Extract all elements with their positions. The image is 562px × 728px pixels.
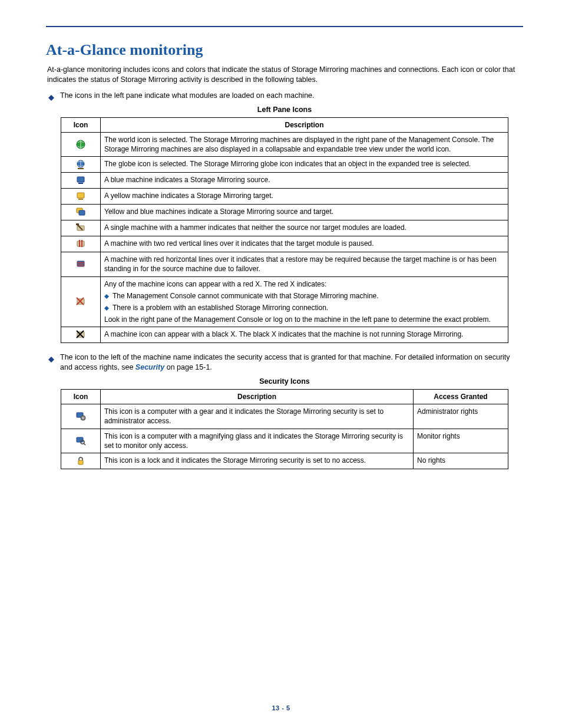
machine-hammer-icon (75, 223, 86, 233)
diamond-bullet-icon (48, 354, 54, 360)
table-row: A single machine with a hammer indicates… (61, 220, 508, 236)
svg-rect-28 (77, 437, 83, 442)
complex-line: Any of the machine icons can appear with… (104, 279, 504, 289)
page-title: At-a-Glance monitoring (46, 41, 523, 59)
table-row: A blue machine indicates a Storage Mirro… (61, 173, 508, 189)
svg-line-30 (84, 443, 85, 445)
top-rule (46, 26, 523, 27)
bullet-left-pane: The icons in the left pane indicate what… (46, 91, 523, 101)
table2-title: Security Icons (46, 377, 523, 386)
page-number: 13 - 5 (0, 704, 562, 711)
security-monitor-icon (75, 436, 86, 446)
icon-cell (61, 220, 101, 236)
table2-header-access: Access Granted (414, 390, 508, 404)
table-row: This icon is a lock and it indicates the… (61, 453, 508, 469)
svg-rect-2 (78, 168, 84, 169)
description-cell: Any of the machine icons can appear with… (101, 276, 508, 327)
bullet-text: The icon to the left of the machine name… (60, 353, 523, 373)
svg-rect-4 (78, 183, 83, 184)
intro-paragraph: At-a-glance monitoring includes icons an… (46, 65, 523, 85)
table1-title: Left Pane Icons (46, 106, 523, 114)
bullet2-suffix: on page 15-1. (164, 363, 212, 371)
description-cell: A machine with red horizontal lines over… (101, 252, 508, 276)
sub-bullet-text: The Management Console cannot communicat… (113, 291, 379, 301)
table-row: A machine icon can appear with a black X… (61, 327, 508, 343)
machine-paused-icon (75, 239, 86, 249)
table2-header-desc: Description (101, 390, 414, 404)
description-cell: A single machine with a hammer indicates… (101, 220, 508, 236)
icon-cell (61, 429, 101, 453)
icon-cell (61, 173, 101, 189)
table1-header-desc: Description (101, 117, 508, 132)
access-cell: Monitor rights (414, 429, 508, 453)
table-row: A yellow machine indicates a Storage Mir… (61, 189, 508, 205)
bullet-text: The icons in the left pane indicate what… (60, 91, 315, 101)
description-cell: A blue machine indicates a Storage Mirro… (101, 173, 508, 189)
svg-rect-3 (77, 177, 84, 182)
machine-restore-icon (75, 259, 86, 269)
table-row: This icon is a computer with a gear and … (61, 404, 508, 429)
access-cell: Administrator rights (414, 404, 508, 429)
sub-bullet-text: There is a problem with an established S… (113, 303, 328, 312)
icon-cell (61, 453, 101, 469)
description-cell: This icon is a computer with a gear and … (101, 404, 414, 429)
document-page: At-a-Glance monitoring At-a-glance monit… (0, 0, 562, 728)
description-cell: A yellow machine indicates a Storage Mir… (101, 189, 508, 205)
svg-rect-5 (77, 193, 84, 198)
description-cell: A machine icon can appear with a black X… (101, 327, 508, 343)
icon-cell (61, 276, 101, 327)
left-pane-icons-table: Icon Description The world icon is selec… (61, 117, 508, 344)
sub-bullet: The Management Console cannot communicat… (104, 291, 504, 301)
security-link[interactable]: Security (135, 363, 164, 371)
icon-cell (61, 236, 101, 252)
world-icon (75, 139, 86, 150)
description-cell: This icon is a lock and it indicates the… (101, 453, 414, 469)
complex-line: Look in the right pane of the Management… (104, 315, 504, 324)
diamond-bullet-icon (48, 92, 54, 98)
machine-yellow-icon (75, 191, 86, 202)
icon-cell (61, 404, 101, 429)
sub-bullet: There is a problem with an established S… (104, 303, 504, 312)
icon-cell (61, 327, 101, 343)
description-cell: The world icon is selected. The Storage … (101, 132, 508, 156)
table-row: The world icon is selected. The Storage … (61, 132, 508, 156)
globe-icon (75, 159, 86, 170)
table-row: A machine with red horizontal lines over… (61, 252, 508, 276)
diamond-bullet-icon (104, 292, 109, 297)
svg-rect-11 (76, 223, 79, 225)
description-cell: This icon is a computer with a magnifyin… (101, 429, 414, 453)
security-icons-table: Icon Description Access Granted This ico… (61, 389, 508, 469)
table-row: The globe icon is selected. The Storage … (61, 157, 508, 173)
table1-header-icon: Icon (61, 117, 101, 132)
security-admin-icon (75, 411, 86, 421)
table-row: Yellow and blue machines indicate a Stor… (61, 205, 508, 220)
icon-cell (61, 252, 101, 276)
svg-rect-6 (78, 199, 83, 200)
diamond-bullet-icon (104, 304, 109, 308)
access-cell: No rights (414, 453, 508, 469)
machine-blue-icon (75, 175, 86, 186)
bullet-security: The icon to the left of the machine name… (46, 353, 523, 373)
description-cell: The globe icon is selected. The Storage … (101, 157, 508, 173)
table-row: A machine with two red vertical lines ov… (61, 236, 508, 252)
bullet2-prefix: The icon to the left of the machine name… (60, 353, 510, 371)
svg-rect-12 (77, 241, 84, 246)
machine-black-x-icon (75, 330, 86, 340)
icon-cell (61, 189, 101, 205)
description-cell: A machine with two red vertical lines ov… (101, 236, 508, 252)
machine-red-x-icon (75, 297, 86, 307)
icon-cell (61, 205, 101, 220)
icon-cell (61, 157, 101, 173)
svg-rect-31 (78, 460, 83, 465)
icon-cell (61, 132, 101, 156)
table-row: This icon is a computer with a magnifyin… (61, 429, 508, 453)
description-cell: Yellow and blue machines indicate a Stor… (101, 205, 508, 220)
table-row: Any of the machine icons can appear with… (61, 276, 508, 327)
svg-point-27 (82, 417, 84, 419)
security-lock-icon (75, 456, 86, 466)
machine-blue-yellow-icon (75, 207, 86, 218)
table2-header-icon: Icon (61, 390, 101, 404)
svg-rect-8 (79, 210, 85, 215)
